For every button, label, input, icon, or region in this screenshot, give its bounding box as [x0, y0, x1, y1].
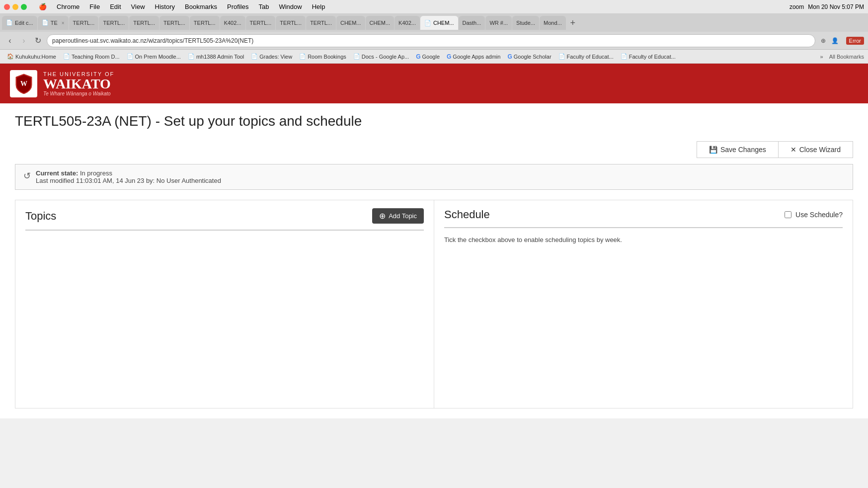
tab-tertl1[interactable]: TERTL...: [69, 16, 99, 30]
google-apps-admin-icon: G: [447, 53, 451, 60]
reload-button[interactable]: ↻: [32, 35, 44, 47]
main-content: TERTL505-23A (NET) - Set up your topics …: [0, 103, 868, 418]
topics-header: Topics ⊕ Add Topic: [25, 208, 424, 231]
use-schedule-row: Use Schedule?: [785, 211, 843, 219]
profiles-menu[interactable]: Profiles: [225, 2, 250, 11]
minimize-window-button[interactable]: [12, 4, 18, 10]
tab-mond[interactable]: Mond...: [540, 16, 566, 30]
bookmark-teaching-room[interactable]: 📄 Teaching Room D...: [60, 52, 123, 61]
tab-chem2[interactable]: CHEM...: [366, 16, 395, 30]
view-menu[interactable]: View: [129, 2, 147, 11]
schedule-title: Schedule: [444, 208, 490, 221]
tab-close-te[interactable]: ×: [62, 20, 65, 26]
schedule-column: Schedule Use Schedule? Tick the checkbox…: [434, 200, 853, 408]
help-menu[interactable]: Help: [310, 2, 327, 11]
bookmark-faculty-1[interactable]: 📄 Faculty of Educat...: [555, 52, 617, 61]
tab-bar: 📄 Edit c... 📄 TE × TERTL... TERTL... TER…: [0, 14, 868, 32]
bookmark-google[interactable]: G Google: [413, 52, 443, 61]
use-schedule-label[interactable]: Use Schedule?: [795, 211, 843, 219]
close-window-button[interactable]: [4, 4, 10, 10]
window-menu[interactable]: Window: [277, 2, 304, 11]
address-bar-icons: ⊕ 👤 Error: [818, 36, 864, 46]
tab-dash[interactable]: Dasth...: [459, 16, 485, 30]
state-value: In progress: [80, 169, 112, 177]
apple-menu[interactable]: 🍎: [37, 2, 49, 11]
tab-edit[interactable]: 📄 Edit c...: [2, 16, 37, 30]
address-bar: ‹ › ↻ paperoutlines-uat.svc.waikato.ac.n…: [0, 32, 868, 50]
bookmark-google-scholar[interactable]: G Google Scholar: [504, 52, 554, 61]
file-menu[interactable]: File: [87, 2, 102, 11]
save-changes-button[interactable]: 💾 Save Changes: [697, 141, 778, 158]
bookmarks-overflow-button[interactable]: »: [817, 53, 826, 61]
faculty-2-icon: 📄: [621, 53, 628, 60]
history-menu[interactable]: History: [153, 2, 177, 11]
waikato-header: W THE UNIVERSITY OF WAIKATO Te Whare Wān…: [0, 64, 868, 103]
status-history-icon: ↺: [23, 170, 31, 181]
profile-icon[interactable]: 👤: [830, 36, 840, 46]
tab-tertl3[interactable]: TERTL...: [129, 16, 159, 30]
tab-menu[interactable]: Tab: [256, 2, 271, 11]
current-state-label: Current state:: [36, 169, 78, 177]
tab-tertl4[interactable]: TERTL...: [159, 16, 189, 30]
tab-k402-1[interactable]: K402...: [220, 16, 245, 30]
bookmark-mh1388[interactable]: 📄 mh1388 Admin Tool: [185, 52, 247, 61]
tab-tertl8[interactable]: TERTL...: [306, 16, 336, 30]
page-content: W THE UNIVERSITY OF WAIKATO Te Whare Wān…: [0, 64, 868, 418]
fullscreen-window-button[interactable]: [21, 4, 27, 10]
tab-tertl5[interactable]: TERTL...: [190, 16, 220, 30]
docs-google-icon: 📄: [353, 53, 360, 60]
tab-favicon-te: 📄: [42, 19, 49, 26]
tab-wr[interactable]: WR #...: [485, 16, 512, 30]
tab-chem1[interactable]: CHEM...: [336, 16, 365, 30]
add-topic-icon: ⊕: [379, 211, 386, 221]
bookmark-kuhukuhu[interactable]: 🏠 Kuhukuhu:Home: [4, 52, 59, 61]
url-text: paperoutlines-uat.svc.waikato.ac.nz/wiza…: [52, 37, 810, 44]
traffic-lights: [4, 4, 27, 10]
waikato-shield: W: [10, 70, 37, 97]
add-topic-button[interactable]: ⊕ Add Topic: [372, 208, 424, 224]
tab-tertl2[interactable]: TERTL...: [99, 16, 129, 30]
status-info: Current state: In progress Last modified…: [36, 169, 221, 184]
modified-prefix: Last modified: [36, 177, 74, 184]
extensions-icon[interactable]: ⊕: [818, 36, 828, 46]
bookmark-faculty-2[interactable]: 📄 Faculty of Educat...: [618, 52, 679, 61]
svg-text:W: W: [20, 80, 27, 87]
google-scholar-icon: G: [507, 53, 512, 60]
shield-icon: W: [15, 73, 33, 94]
use-schedule-checkbox[interactable]: [785, 211, 791, 218]
status-bar: ↺ Current state: In progress Last modifi…: [15, 164, 853, 190]
forward-button[interactable]: ›: [18, 35, 30, 47]
bookmark-grades[interactable]: 📄 Grades: View: [248, 52, 295, 61]
bookmark-onprem-moodle[interactable]: 📄 On Prem Moodle...: [124, 52, 184, 61]
tab-chem-active[interactable]: 📄CHEM...: [420, 16, 458, 30]
tab-te[interactable]: 📄 TE ×: [38, 16, 69, 30]
url-bar[interactable]: paperoutlines-uat.svc.waikato.ac.nz/wiza…: [47, 34, 815, 47]
waikato-name: WAIKATO: [43, 77, 114, 91]
bookmarks-bar: 🏠 Kuhukuhu:Home 📄 Teaching Room D... 📄 O…: [0, 50, 868, 64]
topics-schedule-container: Topics ⊕ Add Topic Schedule Use Schedule…: [15, 200, 853, 408]
bookmark-room-bookings[interactable]: 📄 Room Bookings: [296, 52, 349, 61]
os-menubar: 🍎 Chrome File Edit View History Bookmark…: [0, 0, 868, 14]
back-button[interactable]: ‹: [4, 35, 16, 47]
topics-title: Topics: [25, 210, 56, 223]
error-badge: Error: [846, 37, 864, 45]
close-wizard-button[interactable]: ✕ Close Wizard: [778, 141, 853, 158]
tab-tertl7[interactable]: TERTL...: [276, 16, 306, 30]
bookmark-google-apps-admin[interactable]: G Google Apps admin: [444, 52, 503, 61]
tab-tertl6[interactable]: TERTL...: [246, 16, 276, 30]
tab-k402-2[interactable]: K402...: [395, 16, 420, 30]
all-bookmarks-link[interactable]: All Bookmarks: [829, 54, 864, 60]
bookmark-docs-google[interactable]: 📄 Docs - Google Ap...: [350, 52, 412, 61]
bookmarks-menu[interactable]: Bookmarks: [183, 2, 219, 11]
tab-favicon-edit: 📄: [6, 19, 13, 26]
app-name-menu[interactable]: Chrome: [55, 2, 81, 11]
edit-menu[interactable]: Edit: [108, 2, 123, 11]
tab-stude[interactable]: Stude...: [512, 16, 539, 30]
zoom-indicator: zoom: [789, 3, 804, 10]
grades-icon: 📄: [251, 53, 258, 60]
faculty-1-icon: 📄: [558, 53, 565, 60]
modified-time-value: 11:03:01 AM, 14 Jun 23 by: No User Authe…: [76, 177, 221, 184]
new-tab-button[interactable]: +: [566, 16, 579, 29]
schedule-header: Schedule Use Schedule?: [444, 208, 843, 228]
nav-buttons: ‹ › ↻: [4, 35, 44, 47]
